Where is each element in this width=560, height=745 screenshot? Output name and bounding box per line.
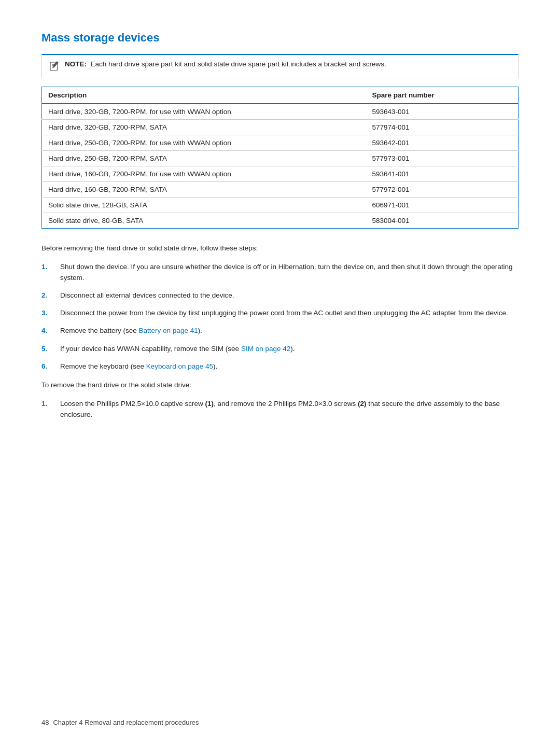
step-number: 3. xyxy=(41,308,60,318)
table-row: Hard drive, 160-GB, 7200-RPM, SATA577972… xyxy=(42,182,519,198)
step-content: Disconnect all external devices connecte… xyxy=(60,290,519,301)
table-row: Hard drive, 250-GB, 7200-RPM, SATA577973… xyxy=(42,151,519,166)
footer-page-number: 48 xyxy=(41,719,49,726)
step-number: 6. xyxy=(41,361,60,372)
table-row: Hard drive, 250-GB, 7200-RPM, for use wi… xyxy=(42,135,519,151)
table-cell-description: Hard drive, 250-GB, 7200-RPM, for use wi… xyxy=(42,135,366,151)
note-box: NOTE: Each hard drive spare part kit and… xyxy=(41,54,519,78)
removal-intro-text: To remove the hard drive or the solid st… xyxy=(41,380,519,390)
table-cell-part-number: 593643-001 xyxy=(366,104,518,120)
footer-chapter-text: Chapter 4 Removal and replacement proced… xyxy=(53,719,199,726)
note-icon xyxy=(49,61,60,73)
table-row: Solid state drive, 128-GB, SATA606971-00… xyxy=(42,198,519,213)
step-link[interactable]: SIM on page 42 xyxy=(241,345,290,353)
table-row: Solid state drive, 80-GB, SATA583004-001 xyxy=(42,213,519,229)
page-title: Mass storage devices xyxy=(41,31,519,45)
step-content: Loosen the Phillips PM2.5×10.0 captive s… xyxy=(60,399,519,420)
note-label: NOTE: xyxy=(65,60,87,68)
table-row: Hard drive, 160-GB, 7200-RPM, for use wi… xyxy=(42,166,519,182)
step-content: Remove the battery (see Battery on page … xyxy=(60,326,519,336)
list-item: 6.Remove the keyboard (see Keyboard on p… xyxy=(41,361,519,372)
removal-steps-list: 1.Loosen the Phillips PM2.5×10.0 captive… xyxy=(41,399,519,420)
list-item: 1.Loosen the Phillips PM2.5×10.0 captive… xyxy=(41,399,519,420)
table-cell-part-number: 593641-001 xyxy=(366,166,518,182)
table-cell-part-number: 593642-001 xyxy=(366,135,518,151)
step-number: 2. xyxy=(41,290,60,301)
table-row: Hard drive, 320-GB, 7200-RPM, for use wi… xyxy=(42,104,519,120)
table-cell-part-number: 583004-001 xyxy=(366,213,518,229)
table-cell-description: Hard drive, 250-GB, 7200-RPM, SATA xyxy=(42,151,366,166)
step-content: Shut down the device. If you are unsure … xyxy=(60,262,519,283)
prereq-steps-list: 1.Shut down the device. If you are unsur… xyxy=(41,262,519,372)
table-cell-part-number: 606971-001 xyxy=(366,198,518,213)
table-cell-part-number: 577974-001 xyxy=(366,120,518,135)
step-number: 1. xyxy=(41,399,60,409)
step-link[interactable]: Keyboard on page 45 xyxy=(146,362,213,370)
table-cell-description: Solid state drive, 128-GB, SATA xyxy=(42,198,366,213)
list-item: 5.If your device has WWAN capability, re… xyxy=(41,344,519,354)
table-cell-description: Hard drive, 320-GB, 7200-RPM, SATA xyxy=(42,120,366,135)
table-cell-description: Hard drive, 160-GB, 7200-RPM, SATA xyxy=(42,182,366,198)
parts-table: Description Spare part number Hard drive… xyxy=(41,87,519,229)
table-cell-description: Solid state drive, 80-GB, SATA xyxy=(42,213,366,229)
note-text: NOTE: Each hard drive spare part kit and… xyxy=(65,60,386,68)
list-item: 1.Shut down the device. If you are unsur… xyxy=(41,262,519,283)
step-content: Disconnect the power from the device by … xyxy=(60,308,519,318)
list-item: 2.Disconnect all external devices connec… xyxy=(41,290,519,301)
step-number: 1. xyxy=(41,262,60,272)
col-part-number-header: Spare part number xyxy=(366,87,518,104)
list-item: 4.Remove the battery (see Battery on pag… xyxy=(41,326,519,336)
table-row: Hard drive, 320-GB, 7200-RPM, SATA577974… xyxy=(42,120,519,135)
step-content: If your device has WWAN capability, remo… xyxy=(60,344,519,354)
step-link[interactable]: Battery on page 41 xyxy=(139,327,198,334)
step-content: Remove the keyboard (see Keyboard on pag… xyxy=(60,361,519,372)
col-description-header: Description xyxy=(42,87,366,104)
table-cell-part-number: 577973-001 xyxy=(366,151,518,166)
step-number: 4. xyxy=(41,326,60,336)
step-number: 5. xyxy=(41,344,60,354)
list-item: 3.Disconnect the power from the device b… xyxy=(41,308,519,318)
note-body: Each hard drive spare part kit and solid… xyxy=(91,60,386,68)
footer: 48 Chapter 4 Removal and replacement pro… xyxy=(41,719,519,726)
table-header-row: Description Spare part number xyxy=(42,87,519,104)
table-cell-description: Hard drive, 320-GB, 7200-RPM, for use wi… xyxy=(42,104,366,120)
table-cell-description: Hard drive, 160-GB, 7200-RPM, for use wi… xyxy=(42,166,366,182)
intro-text: Before removing the hard drive or solid … xyxy=(41,243,519,254)
table-cell-part-number: 577972-001 xyxy=(366,182,518,198)
